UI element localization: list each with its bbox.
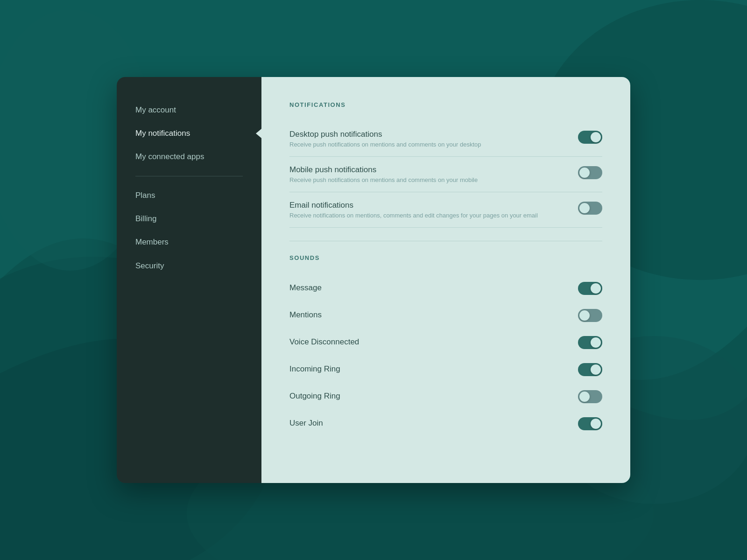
notification-text-mobile-push: Mobile push notifications Receive push n… xyxy=(289,165,478,183)
notification-item-email: Email notifications Receive notification… xyxy=(289,192,602,228)
sidebar-item-my-connected-apps[interactable]: My connected apps xyxy=(117,146,261,168)
notification-text-email: Email notifications Receive notification… xyxy=(289,201,538,219)
sidebar-divider xyxy=(135,176,243,176)
sound-label-message: Message xyxy=(289,283,322,293)
notification-label-email: Email notifications xyxy=(289,201,538,210)
notification-desc-mobile-push: Receive push notifications on mentions a… xyxy=(289,176,478,183)
toggle-incoming-ring[interactable] xyxy=(578,363,602,376)
sound-item-incoming-ring: Incoming Ring xyxy=(289,356,602,383)
sound-label-outgoing-ring: Outgoing Ring xyxy=(289,392,340,401)
toggle-outgoing-ring[interactable] xyxy=(578,390,602,403)
sidebar-item-security[interactable]: Security xyxy=(117,255,261,277)
notification-text-desktop-push: Desktop push notifications Receive push … xyxy=(289,130,481,148)
notification-item-mobile-push: Mobile push notifications Receive push n… xyxy=(289,157,602,192)
sound-item-voice-disconnected: Voice Disconnected xyxy=(289,329,602,356)
sound-item-message: Message xyxy=(289,274,602,301)
sound-label-mentions: Mentions xyxy=(289,310,322,320)
notifications-section-title: NOTIFICATIONS xyxy=(289,101,602,108)
section-separator-sounds xyxy=(289,241,602,241)
toggle-mentions[interactable] xyxy=(578,309,602,322)
sidebar-item-plans[interactable]: Plans xyxy=(117,185,261,206)
notification-desc-desktop-push: Receive push notifications on mentions a… xyxy=(289,141,481,148)
sidebar-item-billing[interactable]: Billing xyxy=(117,208,261,230)
sounds-section-title: SOUNDS xyxy=(289,254,602,261)
toggle-user-join[interactable] xyxy=(578,417,602,430)
sidebar-group-workspace: Plans Billing Members Security xyxy=(117,185,261,276)
sound-label-incoming-ring: Incoming Ring xyxy=(289,364,340,374)
notification-item-desktop-push: Desktop push notifications Receive push … xyxy=(289,121,602,157)
sound-label-user-join: User Join xyxy=(289,419,323,428)
sound-item-outgoing-ring: Outgoing Ring xyxy=(289,383,602,410)
notification-label-mobile-push: Mobile push notifications xyxy=(289,165,478,175)
sidebar-item-my-notifications[interactable]: My notifications xyxy=(117,123,261,144)
main-container: My account My notifications My connected… xyxy=(117,77,630,483)
toggle-email[interactable] xyxy=(578,202,602,215)
toggle-voice-disconnected[interactable] xyxy=(578,336,602,349)
sidebar-group-account: My account My notifications My connected… xyxy=(117,99,261,168)
sidebar: My account My notifications My connected… xyxy=(117,77,261,483)
content-panel: NOTIFICATIONS Desktop push notifications… xyxy=(261,77,630,483)
toggle-desktop-push[interactable] xyxy=(578,131,602,144)
toggle-mobile-push[interactable] xyxy=(578,166,602,179)
sound-label-voice-disconnected: Voice Disconnected xyxy=(289,337,359,347)
toggle-message[interactable] xyxy=(578,282,602,295)
sound-item-mentions: Mentions xyxy=(289,301,602,329)
notification-desc-email: Receive notifications on mentions, comme… xyxy=(289,212,538,219)
sidebar-item-my-account[interactable]: My account xyxy=(117,99,261,121)
notification-label-desktop-push: Desktop push notifications xyxy=(289,130,481,139)
sidebar-item-members[interactable]: Members xyxy=(117,231,261,253)
sound-item-user-join: User Join xyxy=(289,410,602,437)
